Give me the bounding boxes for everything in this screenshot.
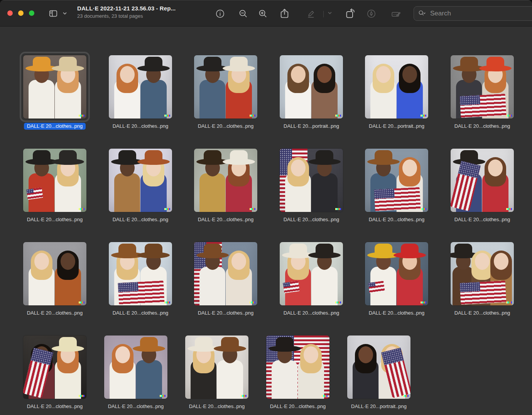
title-block: DALL·E 2022-11-21 23.56.03 - Rep... 23 d… [77, 5, 176, 19]
document-thumbnail [451, 55, 514, 119]
document-label: DALL·E 20...clothes..png [194, 216, 257, 223]
document-item[interactable]: DALL·E 20...portrait..png [280, 55, 343, 130]
info-button[interactable] [215, 8, 225, 19]
document-item[interactable]: DALL·E 20...clothes..png [109, 55, 172, 130]
share-icon [279, 7, 290, 19]
window-title: DALL·E 2022-11-21 23.56.03 - Rep... [77, 5, 176, 12]
dalle-watermark [506, 115, 512, 117]
us-flag [374, 187, 421, 211]
dalle-watermark [506, 302, 512, 303]
document-item[interactable]: DALL·E 20...clothes..png [104, 335, 167, 410]
zoom-in-button[interactable] [258, 8, 268, 19]
document-item[interactable]: DALL·E 20...clothes..png [280, 149, 343, 223]
document-thumbnail [109, 242, 172, 305]
dalle-watermark [79, 115, 84, 117]
person-figure [481, 149, 510, 212]
zoom-out-button[interactable] [238, 8, 248, 19]
person-figure [139, 55, 168, 119]
dalle-watermark [250, 115, 255, 117]
document-item[interactable]: DALL·E 20...clothes..png [109, 149, 172, 223]
person-figure [369, 55, 398, 119]
document-item[interactable]: DALL·E 20...clothes..png [109, 242, 172, 317]
document-label: DALL·E 20...clothes..png [451, 216, 514, 223]
person-figure [310, 149, 339, 212]
markup-button[interactable] [306, 8, 316, 19]
document-thumbnail [194, 242, 257, 305]
document-label: DALL·E 20...clothes..png [109, 216, 172, 223]
document-item[interactable]: DALL·E 20...clothes..png [23, 149, 86, 223]
annotate-button[interactable] [366, 8, 377, 19]
sidebar-toggle-button[interactable] [48, 8, 59, 19]
document-item[interactable]: DALL·E 20...portrait..png [347, 335, 410, 410]
sidebar-options-button[interactable] [62, 11, 68, 16]
dalle-watermark [335, 302, 341, 303]
person-figure [297, 335, 326, 399]
document-item[interactable]: DALL·E 20...portrait..png [365, 55, 428, 130]
person-figure [27, 242, 56, 305]
search-field[interactable] [414, 6, 532, 21]
document-thumbnail [23, 242, 86, 305]
document-thumbnail [23, 149, 86, 212]
document-label: DALL·E 20...clothes..png [23, 216, 86, 223]
document-label: DALL·E 20...clothes..png [23, 309, 86, 317]
dalle-watermark [250, 302, 255, 303]
sidebar-icon [48, 8, 59, 19]
document-thumbnail [365, 55, 428, 119]
document-label: DALL·E 20...clothes..png [280, 216, 343, 223]
close-button[interactable] [7, 10, 13, 16]
document-label: DALL·E 20...clothes..png [365, 216, 428, 223]
dalle-watermark [421, 115, 426, 117]
person-figure [27, 149, 56, 212]
dalle-watermark [79, 395, 84, 397]
document-label: DALL·E 20...clothes..png [194, 309, 257, 317]
title-bar: DALL·E 2022-11-21 23.56.03 - Rep... 23 d… [0, 0, 532, 27]
person-figure [139, 149, 168, 212]
document-thumbnail [451, 149, 514, 212]
document-thumbnail [194, 55, 257, 119]
document-item[interactable]: DALL·E 20...clothes..png [365, 149, 428, 223]
person-figure [284, 55, 312, 119]
zoom-button[interactable] [29, 10, 34, 16]
document-item[interactable]: DALL·E 20...clothes..png [451, 242, 514, 317]
markup-options-button[interactable] [326, 10, 333, 16]
rotate-left-button[interactable] [345, 8, 356, 19]
search-input[interactable] [429, 9, 508, 18]
us-flag [459, 94, 506, 118]
document-item[interactable]: DALL·E 20...clothes..png [280, 242, 343, 317]
document-label: DALL·E 20...clothes..png [23, 403, 86, 410]
document-thumbnail [280, 55, 343, 119]
dalle-watermark [164, 115, 170, 117]
document-item[interactable]: DALL·E 20...clothes..png [365, 242, 428, 317]
person-figure [351, 335, 380, 399]
document-thumbnail [194, 149, 257, 212]
document-item[interactable]: DALL·E 20...clothes..png [23, 55, 86, 130]
us-flag [118, 281, 164, 305]
document-item[interactable]: DALL·E 20...clothes..png [451, 55, 514, 130]
dalle-watermark [421, 208, 426, 210]
document-item[interactable]: DALL·E 20...clothes..png [451, 149, 514, 223]
document-label: DALL·E 20...clothes..png [109, 309, 172, 317]
document-item[interactable]: DALL·E 20...clothes..png [266, 335, 329, 410]
markup-pen-icon [306, 8, 316, 19]
person-figure [54, 149, 83, 212]
person-figure [135, 335, 164, 399]
document-item[interactable]: DALL·E 20...clothes..png [23, 335, 86, 410]
share-button[interactable] [279, 7, 290, 19]
preview-window: DALL·E 2022-11-21 23.56.03 - Rep... 23 d… [0, 0, 532, 415]
document-item[interactable]: DALL·E 20...clothes..png [194, 55, 257, 130]
document-thumbnail [347, 335, 410, 399]
document-item[interactable]: DALL·E 20...clothes..png [185, 335, 248, 410]
window-subtitle: 23 documents, 23 total pages [77, 13, 176, 19]
minimize-button[interactable] [18, 10, 24, 16]
person-figure [369, 242, 398, 305]
form-fill-button[interactable] [390, 8, 402, 19]
document-label: DALL·E 20...clothes..png [185, 403, 248, 410]
document-item[interactable]: DALL·E 20...clothes..png [23, 242, 86, 317]
document-item[interactable]: DALL·E 20...clothes..png [194, 242, 257, 317]
document-thumbnail [280, 149, 343, 212]
dalle-watermark [164, 302, 170, 303]
zoom-in-icon [258, 8, 268, 19]
document-thumbnail [104, 335, 167, 399]
document-item[interactable]: DALL·E 20...clothes..png [194, 149, 257, 223]
person-figure [310, 242, 339, 305]
